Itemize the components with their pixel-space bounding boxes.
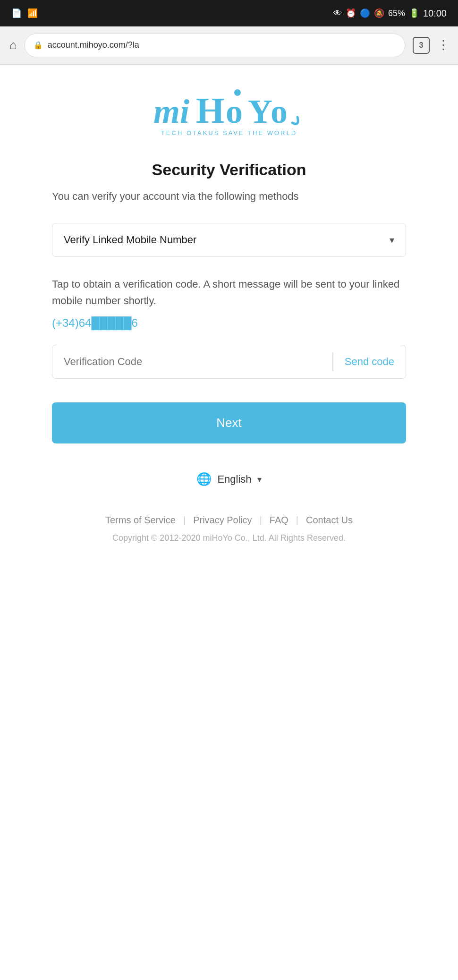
svg-text:H: H: [196, 90, 225, 131]
alarm-icon: ⏰: [346, 8, 356, 18]
status-left-icons: 📄 📶: [11, 8, 38, 18]
svg-text:o: o: [226, 93, 243, 130]
logo-svg: mi H o Y o: [153, 89, 305, 131]
svg-text:Y: Y: [248, 93, 272, 130]
contact-us-link[interactable]: Contact Us: [306, 515, 353, 526]
globe-icon: 🌐: [196, 472, 212, 486]
verification-code-input[interactable]: [52, 345, 332, 378]
info-text: Tap to obtain a verification code. A sho…: [52, 276, 406, 309]
eye-icon: 👁: [333, 9, 342, 18]
wifi-icon: 📶: [27, 8, 38, 18]
svg-text:o: o: [271, 93, 288, 130]
home-button[interactable]: ⌂: [9, 38, 17, 52]
form-container: Security Verification You can verify you…: [52, 161, 406, 557]
browser-chrome: ⌂ 🔒 account.mihoyo.com/?la 3 ⋮: [0, 26, 458, 64]
tab-count-badge[interactable]: 3: [413, 37, 430, 54]
bell-mute-icon: 🔕: [374, 8, 384, 18]
footer: Terms of Service | Privacy Policy | FAQ …: [52, 515, 406, 557]
mihoyo-logo: mi H o Y o TECH OTAKUS SAVE THE WORLD: [153, 89, 305, 137]
next-button[interactable]: Next: [52, 402, 406, 443]
battery-label: 65%: [388, 9, 405, 18]
faq-link[interactable]: FAQ: [270, 515, 288, 526]
svg-point-3: [234, 89, 241, 96]
status-right-icons: 👁 ⏰ 🔵 🔕 65% 🔋 10:00: [333, 8, 447, 19]
footer-divider-2: |: [260, 515, 262, 526]
logo-tagline: TECH OTAKUS SAVE THE WORLD: [161, 129, 297, 136]
footer-copyright: Copyright © 2012-2020 miHoYo Co., Ltd. A…: [52, 533, 406, 543]
privacy-policy-link[interactable]: Privacy Policy: [193, 515, 252, 526]
language-selector[interactable]: 🌐 English ▾: [52, 472, 406, 486]
status-bar: 📄 📶 👁 ⏰ 🔵 🔕 65% 🔋 10:00: [0, 0, 458, 26]
send-code-button[interactable]: Send code: [333, 345, 406, 378]
page-description: You can verify your account via the foll…: [52, 188, 406, 204]
terms-of-service-link[interactable]: Terms of Service: [105, 515, 176, 526]
language-text: English: [217, 473, 251, 486]
address-bar[interactable]: 🔒 account.mihoyo.com/?la: [25, 34, 405, 57]
language-chevron-icon: ▾: [257, 474, 262, 485]
status-time: 10:00: [423, 8, 447, 19]
browser-menu-button[interactable]: ⋮: [437, 38, 449, 52]
bluetooth-icon: 🔵: [360, 8, 370, 18]
verification-input-container[interactable]: Send code: [52, 345, 406, 379]
page-title: Security Verification: [52, 161, 406, 179]
battery-icon: 🔋: [409, 8, 419, 18]
phone-number: (+34)64█████6: [52, 316, 406, 330]
chevron-down-icon: ▾: [390, 234, 394, 246]
footer-divider-3: |: [296, 515, 298, 526]
main-content: mi H o Y o TECH OTAKUS SAVE THE WORLD Se…: [0, 65, 458, 980]
verify-method-dropdown[interactable]: Verify Linked Mobile Number ▾: [52, 223, 406, 257]
dropdown-label: Verify Linked Mobile Number: [64, 234, 196, 246]
svg-text:mi: mi: [153, 93, 189, 130]
document-icon: 📄: [11, 8, 22, 18]
footer-divider-1: |: [183, 515, 186, 526]
footer-links: Terms of Service | Privacy Policy | FAQ …: [52, 515, 406, 526]
url-text: account.mihoyo.com/?la: [48, 40, 396, 50]
lock-icon: 🔒: [34, 41, 43, 50]
